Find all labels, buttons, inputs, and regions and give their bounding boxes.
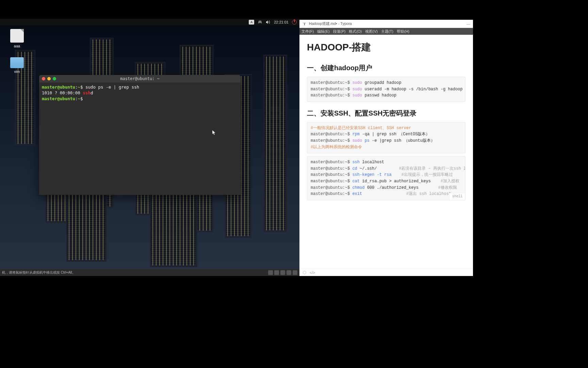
vm-device-icon[interactable] xyxy=(280,270,285,275)
vm-device-icon[interactable] xyxy=(274,270,279,275)
doc-h2[interactable]: 二、安装SSH、配置SSH无密码登录 xyxy=(307,109,466,118)
code-lang-label: shell xyxy=(449,193,465,200)
vm-device-icons xyxy=(268,270,297,275)
menu-file[interactable]: 文件(F) xyxy=(301,29,314,34)
typora-statusbar: </> xyxy=(299,269,473,276)
window-controls: — xyxy=(467,22,470,26)
network-icon[interactable] xyxy=(258,20,262,25)
code-block[interactable]: #一般情况默认是已经安装SSH client、SSH server master… xyxy=(307,122,466,153)
terminal-title: master@ubuntu: ~ xyxy=(120,76,160,81)
desktop-file-aaa[interactable]: aaa xyxy=(7,29,27,48)
terminal-titlebar[interactable]: master@ubuntu: ~ xyxy=(39,75,241,82)
folder-icon xyxy=(10,57,24,68)
window-controls xyxy=(42,77,56,80)
code-block[interactable]: master@ubuntu:~$ ssh localhost master@ub… xyxy=(307,156,466,200)
typora-titlebar[interactable]: T Hadoop搭建.md• - Typora — xyxy=(299,20,473,28)
menu-paragraph[interactable]: 段落(P) xyxy=(333,29,346,34)
sidebar-toggle-icon[interactable] xyxy=(303,271,306,274)
code-block[interactable]: master@ubuntu:~$ sudo groupadd hadoop ma… xyxy=(307,77,466,102)
source-mode-icon[interactable]: </> xyxy=(310,271,315,275)
vm-device-icon[interactable] xyxy=(293,270,297,275)
terminal-line: 1010 ? 00:00:00 sshd xyxy=(42,90,238,96)
close-button[interactable] xyxy=(42,77,45,80)
doc-h1[interactable]: HADOOP-搭建 xyxy=(307,41,466,54)
typora-window[interactable]: T Hadoop搭建.md• - Typora — 文件(F) 编辑(E) 段落… xyxy=(299,20,473,276)
power-icon[interactable] xyxy=(292,20,297,25)
minimize-button[interactable]: — xyxy=(467,22,470,26)
vmware-statusbar: 机，请将鼠标指针从虚拟机中移出或按 Ctrl+Alt。 xyxy=(0,269,299,276)
gnome-top-bar: A 22:21:01 xyxy=(0,19,299,26)
file-icon xyxy=(10,29,24,43)
desktop-icon-label: aaa xyxy=(7,44,27,48)
vm-device-icon[interactable] xyxy=(268,270,273,275)
desktop-icon-label: vim xyxy=(7,70,27,74)
terminal-body[interactable]: master@ubuntu:~$ sudo ps -e | grep ssh 1… xyxy=(39,82,241,104)
clock[interactable]: 22:21:01 xyxy=(274,20,289,24)
menu-format[interactable]: 格式(O) xyxy=(349,29,362,34)
doc-h2[interactable]: 一、创建hadoop用户 xyxy=(307,63,466,73)
typora-menubar: 文件(F) 编辑(E) 段落(P) 格式(O) 视图(V) 主题(T) 帮助(H… xyxy=(299,28,473,35)
typora-title: Hadoop搭建.md• - Typora xyxy=(309,21,352,26)
typora-app-icon: T xyxy=(302,21,307,26)
vm-device-icon[interactable] xyxy=(287,270,291,275)
maximize-button[interactable] xyxy=(53,77,56,80)
mouse-cursor xyxy=(210,129,216,137)
input-method-indicator[interactable]: A xyxy=(249,20,254,25)
menu-edit[interactable]: 编辑(E) xyxy=(317,29,330,34)
terminal-line: master@ubuntu:~$ xyxy=(42,96,238,102)
vm-hint: 机，请将鼠标指针从虚拟机中移出或按 Ctrl+Alt。 xyxy=(2,270,76,275)
menu-theme[interactable]: 主题(T) xyxy=(381,29,393,34)
volume-icon[interactable] xyxy=(266,20,271,25)
menu-help[interactable]: 帮助(H) xyxy=(397,29,409,34)
minimize-button[interactable] xyxy=(47,77,51,80)
desktop-folder-vim[interactable]: vim xyxy=(7,55,27,74)
menu-view[interactable]: 视图(V) xyxy=(365,29,378,34)
terminal-line: master@ubuntu:~$ sudo ps -e | grep ssh xyxy=(42,85,238,90)
typora-editor[interactable]: HADOOP-搭建 一、创建hadoop用户 master@ubuntu:~$ … xyxy=(299,35,473,269)
